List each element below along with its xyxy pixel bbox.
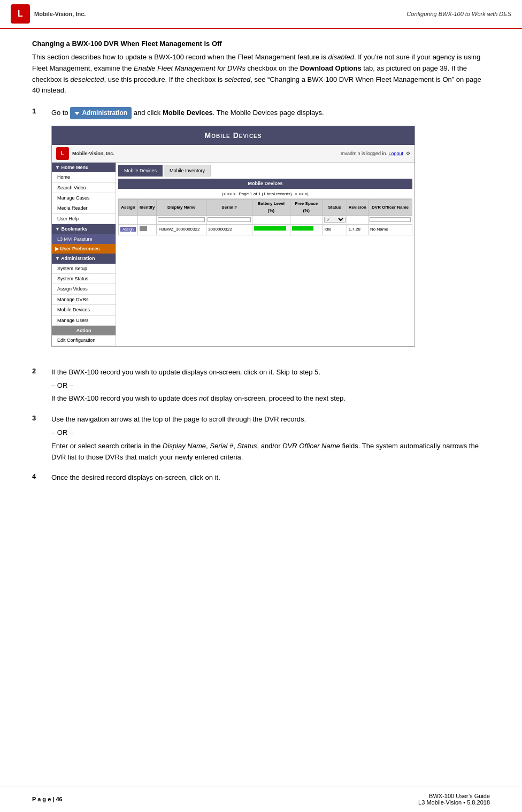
ss-bookmark-l3mvi[interactable]: L3 MVI Parature [52, 234, 116, 244]
step-1-text-after: and click [134, 109, 163, 117]
step-3-text: Use the navigation arrows at the top of … [51, 415, 306, 423]
ss-th-display-name: Display Name [157, 200, 206, 216]
ss-logo-icon: L [56, 147, 69, 160]
ss-row-battery [252, 224, 290, 235]
ss-th-officer: DVR Officer Name [368, 200, 412, 216]
ss-filter-status-select[interactable]: ✓ [324, 217, 346, 223]
ss-sidebar-manage-users[interactable]: Manage Users [52, 316, 116, 326]
ss-sidebar-system-status[interactable]: System Status [52, 274, 116, 284]
ss-row-identify [138, 224, 157, 235]
ss-th-identify: Identify [138, 200, 157, 216]
body-em-4: selected [225, 75, 250, 83]
ss-th-assign: Assign [119, 200, 138, 216]
ss-filter-serial-input[interactable] [208, 217, 251, 222]
ss-filter-freespace [290, 216, 323, 224]
body-text-1e: , use this procedure. If the checkbox is [104, 75, 224, 83]
step-3-em4: DVR Officer Name [282, 442, 340, 450]
ss-th-freespace: Free Space (%) [290, 200, 323, 216]
ss-filter-battery [252, 216, 290, 224]
ss-row-status: Idle [323, 224, 347, 235]
step-1-text-end: . The Mobile Devices page displays. [213, 109, 324, 117]
ss-bookmarks-header: ▼ Bookmarks [52, 224, 116, 234]
ss-userinfo: mvadmin is logged in. Logout ⚙ [341, 150, 410, 157]
ss-sidebar-system-setup[interactable]: System Setup [52, 264, 116, 274]
ss-filter-officer [368, 216, 412, 224]
page-header: L Mobile-Vision, Inc. Configuring BWX-10… [0, 0, 522, 29]
ss-tab-mobile-devices[interactable]: Mobile Devices [118, 165, 163, 177]
ss-home-menu-header: ▼ Home Menu [52, 163, 116, 172]
step-3-em2: Serial # [210, 442, 233, 450]
step-4-num: 4 [32, 472, 43, 484]
ss-page-first-icon[interactable]: |< << < [222, 191, 235, 198]
step-1-content: Go to Administration and click Mobile De… [51, 107, 490, 357]
page-footer: P a g e | 46 BWX-100 User’s Guide L3 Mob… [0, 786, 522, 812]
ss-th-revision: Revision [347, 200, 368, 216]
step-1-row: 1 Go to Administration and click Mobile … [32, 107, 490, 357]
ss-logout-link[interactable]: Logout [388, 151, 403, 156]
ss-row-display-name: FBBWZ_3000000322 [157, 224, 206, 235]
ss-admin-header: ▼ Administration [52, 254, 116, 263]
page-content: Changing a BWX-100 DVR When Fleet Manage… [0, 29, 522, 515]
ss-table-header-row: Assign Identify Display Name Serial # Ba… [119, 200, 412, 216]
footer-info: BWX-100 User’s Guide L3 Mobile-Vision • … [418, 793, 490, 806]
ss-sidebar-mobile-devices[interactable]: Mobile Devices [52, 305, 116, 315]
step-3-or: – OR – [51, 427, 490, 439]
step-2-text2: If the BWX-100 record you wish to update… [51, 394, 199, 402]
body-em-3: deselected [71, 75, 104, 83]
step-3-em3: Status [237, 442, 257, 450]
step-2-text2-end: display on-screen, proceed to the next s… [209, 394, 346, 402]
step-1-text-before: Go to [51, 109, 70, 117]
dropdown-triangle-icon [74, 112, 80, 115]
ss-sidebar-edit-config[interactable]: Edit Configuration [52, 335, 116, 346]
ss-th-serial: Serial # [206, 200, 252, 216]
step-4-row: 4 Once the desired record displays on-sc… [32, 472, 490, 484]
ss-sidebar-manage-dvrs[interactable]: Manage DVRs [52, 295, 116, 305]
ss-username: mvadmin is logged in. [341, 151, 387, 156]
administration-button[interactable]: Administration [70, 107, 132, 119]
ss-tab-mobile-inventory[interactable]: Mobile Inventory [164, 165, 211, 177]
ss-row-freespace [290, 224, 323, 235]
logo-icon: L [11, 4, 30, 24]
company-name: Mobile-Vision, Inc. [34, 11, 86, 17]
step-1-strong: Mobile Devices [163, 109, 213, 117]
ss-sidebar-user-help[interactable]: User Help [52, 214, 116, 224]
step-3-content: Use the navigation arrows at the top of … [51, 414, 490, 463]
body-em-2: Enable Fleet Management for DVRs [134, 64, 245, 72]
ss-row-serial: 3000000322 [206, 224, 252, 235]
ss-layout: ▼ Home Menu Home Search Video Manage Cas… [52, 163, 414, 346]
ss-sidebar-manage-cases[interactable]: Manage Cases [52, 193, 116, 203]
ss-page-last-icon[interactable]: > >> >| [295, 191, 309, 198]
step-2-text: If the BWX-100 record you wish to update… [51, 368, 320, 376]
ss-filter-status: ✓ [323, 216, 347, 224]
logo-area: L Mobile-Vision, Inc. [11, 4, 86, 24]
step-3-text2: Enter or select search criteria in the [51, 442, 163, 450]
ss-sidebar-assign-videos[interactable]: Assign Videos [52, 284, 116, 294]
ss-filter-officer-input[interactable] [370, 217, 411, 222]
step-3-num: 3 [32, 414, 43, 463]
table-row[interactable]: Assign FBBWZ_3000000322 3000000322 Idle … [119, 224, 412, 235]
ss-assign-button[interactable]: Assign [120, 227, 136, 232]
freespace-bar [292, 226, 313, 231]
ss-row-revision: 1.7.28 [347, 224, 368, 235]
ss-filter-assign [119, 216, 138, 224]
ss-sidebar-media-reader[interactable]: Media Reader [52, 203, 116, 213]
ss-th-status: Status [323, 200, 347, 216]
ss-table: Assign Identify Display Name Serial # Ba… [118, 199, 412, 235]
ss-filter-serial [206, 216, 252, 224]
section-title: Changing a BWX-100 DVR When Fleet Manage… [32, 40, 490, 48]
ss-user-prefs-header[interactable]: ▶ User Preferences [52, 244, 116, 254]
body-em-1: disabled [328, 53, 354, 61]
screenshot-inner: L Mobile-Vision, Inc. mvadmin is logged … [52, 145, 414, 346]
ss-sidebar-home[interactable]: Home [52, 172, 116, 182]
footer-page-num: P a g e | 46 [32, 796, 63, 802]
footer-guide: BWX-100 User’s Guide [418, 793, 490, 799]
ss-page-info: Page 1 of 1 (1 total records) [239, 191, 291, 198]
page-title: Configuring BWX-100 to Work with DES [406, 11, 511, 17]
step-3-row: 3 Use the navigation arrows at the top o… [32, 414, 490, 463]
mobile-devices-screenshot: Mobile Devices L Mobile-Vision, Inc. mva… [51, 126, 415, 346]
ss-tabs: Mobile Devices Mobile Inventory [118, 165, 412, 177]
ss-sidebar-search-video[interactable]: Search Video [52, 183, 116, 193]
ss-filter-name-input[interactable] [158, 217, 205, 222]
step-4-content: Once the desired record displays on-scre… [51, 472, 490, 484]
ss-main-content: Mobile Devices Mobile Inventory Mobile D… [116, 163, 414, 346]
